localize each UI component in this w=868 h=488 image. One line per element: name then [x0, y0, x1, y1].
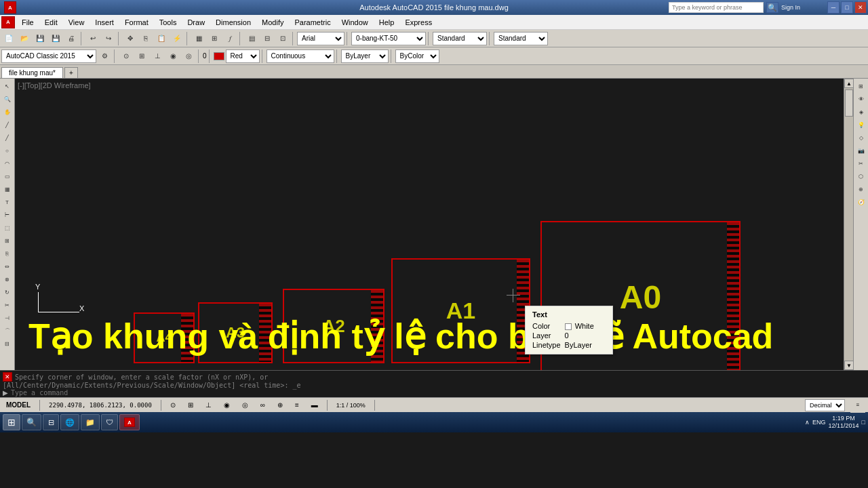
minimize-button[interactable]: ─ [827, 1, 840, 14]
taskbar-autocad[interactable]: A [119, 414, 140, 430]
sign-in-button[interactable]: Sign In [781, 4, 800, 11]
ucs-rt-button[interactable]: ⊕ [855, 183, 867, 195]
customize-status-button[interactable]: ≡ [850, 398, 865, 413]
search-taskbar-button[interactable]: 🔍 [22, 414, 41, 430]
field-button[interactable]: 𝑓 [222, 31, 237, 46]
ducs-status[interactable]: ⊕ [274, 401, 286, 409]
ortho-toggle[interactable]: ⊥ [150, 49, 165, 64]
osnap-toggle[interactable]: ◎ [181, 49, 196, 64]
properties-lt-button[interactable]: ⊟ [1, 338, 14, 350]
dyn-status[interactable]: ≡ [292, 401, 302, 409]
coords-display[interactable]: 2290.4978, 1806.2123, 0.0000 [45, 401, 155, 409]
render-rt-button[interactable]: ◈ [855, 106, 867, 118]
undo-button[interactable]: ↩ [85, 31, 100, 46]
menu-modify[interactable]: Modify [256, 17, 289, 28]
start-button[interactable]: ⊞ [3, 414, 20, 430]
menu-dimension[interactable]: Dimension [210, 17, 256, 28]
model-tab[interactable]: MODEL [3, 401, 34, 409]
block-btn[interactable]: ⊡ [275, 31, 290, 46]
tab-file-khung-mau[interactable]: file khung mau* [1, 67, 63, 78]
tray-show-hidden[interactable]: ∧ [805, 419, 810, 426]
layer-select[interactable]: 0-bang-KT-50 [351, 32, 426, 45]
material-rt-button[interactable]: ◇ [855, 131, 867, 144]
style-select[interactable]: Standard [433, 32, 487, 45]
arc-button[interactable]: ◠ [1, 157, 14, 169]
color-select[interactable]: Red [214, 49, 260, 63]
menu-help[interactable]: Help [374, 17, 400, 28]
scroll-up-button[interactable]: ▲ [844, 79, 853, 88]
menu-edit[interactable]: Edit [39, 17, 63, 28]
pick-button[interactable]: ↖ [1, 80, 14, 92]
copy-lt-button[interactable]: ⎘ [1, 247, 14, 260]
offset-lt-button[interactable]: ⊗ [1, 273, 14, 285]
scroll-track[interactable] [844, 88, 853, 361]
extend-lt-button[interactable]: ⊣ [1, 312, 14, 324]
rotate-lt-button[interactable]: ↻ [1, 286, 14, 298]
3d-rt-button[interactable]: ⬡ [855, 170, 867, 182]
zoom-window-button[interactable]: 🔍 [1, 93, 14, 105]
copy-button[interactable]: ⎘ [138, 31, 153, 46]
drawing-canvas[interactable]: [-][Top][2D Wireframe] A4 A3 A2 A1 A0 [15, 79, 853, 370]
menu-format[interactable]: Format [119, 17, 154, 28]
font-combo[interactable]: Arial [297, 32, 344, 45]
save-button[interactable]: 💾 [33, 31, 47, 46]
redo-button[interactable]: ↪ [101, 31, 116, 46]
menu-insert[interactable]: Insert [90, 17, 119, 28]
table-button[interactable]: ⊞ [207, 31, 222, 46]
taskbar-explorer[interactable]: 📁 [81, 414, 100, 430]
light-rt-button[interactable]: 💡 [855, 119, 867, 131]
menu-tools[interactable]: Tools [154, 17, 182, 28]
search-button[interactable]: 🔍 [766, 2, 778, 13]
keyword-search-input[interactable] [669, 2, 764, 13]
rectangle-button[interactable]: ▭ [1, 170, 14, 182]
close-button[interactable]: ✕ [854, 1, 867, 14]
layer-btn[interactable]: ▤ [244, 31, 259, 46]
snap-toggle[interactable]: ⊙ [119, 49, 134, 64]
dimstyle-btn[interactable]: ⊟ [260, 31, 275, 46]
scroll-down-button[interactable]: ▼ [844, 361, 853, 370]
menu-file[interactable]: File [16, 17, 39, 28]
system-clock[interactable]: 1:19 PM 12/11/2014 [829, 415, 859, 430]
scroll-thumb[interactable] [845, 89, 853, 117]
task-view-button[interactable]: ⊟ [43, 414, 59, 430]
move-button[interactable]: ✥ [123, 31, 138, 46]
pan-button[interactable]: ✋ [1, 106, 14, 118]
mirror-lt-button[interactable]: ⇔ [1, 260, 14, 272]
section-rt-button[interactable]: ✂ [855, 157, 867, 169]
polar-toggle[interactable]: ◉ [165, 49, 180, 64]
attrib-lt-button[interactable]: ⊞ [1, 235, 14, 247]
dimstyle-select[interactable]: Standard [494, 32, 548, 45]
tray-lang[interactable]: ENG [812, 419, 826, 426]
circle-button[interactable]: ○ [1, 144, 14, 157]
print-button[interactable]: 🖨 [64, 31, 79, 46]
paste-button[interactable]: 📋 [154, 31, 169, 46]
insert-lt-button[interactable]: ⬚ [1, 222, 14, 234]
fillet-lt-button[interactable]: ⌒ [1, 325, 14, 337]
color-combo[interactable]: Red [226, 49, 260, 63]
menu-express[interactable]: Express [399, 17, 437, 28]
view-rt-button[interactable]: 👁 [855, 93, 867, 105]
vertical-scrollbar[interactable]: ▲ ▼ [844, 79, 853, 370]
grid-toggle[interactable]: ⊞ [134, 49, 149, 64]
show-desktop-button[interactable]: □ [862, 419, 865, 426]
camera-rt-button[interactable]: 📷 [855, 144, 867, 157]
line-button[interactable]: ╱ [1, 119, 14, 131]
workspace-combo[interactable]: AutoCAD Classic 2015 [1, 49, 96, 63]
linetype-combo[interactable]: Continuous [267, 49, 334, 63]
lineweight-combo[interactable]: ByLayer [341, 49, 389, 63]
text-lt-button[interactable]: T [1, 196, 14, 208]
menu-parametric[interactable]: Parametric [289, 17, 336, 28]
hatch-button[interactable]: ▦ [191, 31, 206, 46]
zoom-display[interactable]: 1:1 / 100% [333, 401, 369, 409]
taskbar-defender[interactable]: 🛡 [101, 414, 118, 430]
palettes-button[interactable]: ⊞ [855, 80, 867, 92]
menu-window[interactable]: Window [336, 17, 374, 28]
cmd-input-field[interactable] [11, 389, 865, 396]
saveas-button[interactable]: 💾 [48, 31, 63, 46]
plotstyle-combo[interactable]: ByColor [395, 49, 439, 63]
open-file-button[interactable]: 📂 [17, 31, 32, 46]
cmd-close-button[interactable]: ✕ [3, 372, 12, 382]
new-file-button[interactable]: 📄 [1, 31, 16, 46]
snap-status[interactable]: ⊙ [167, 401, 179, 409]
acad-logo[interactable]: A [1, 16, 15, 28]
